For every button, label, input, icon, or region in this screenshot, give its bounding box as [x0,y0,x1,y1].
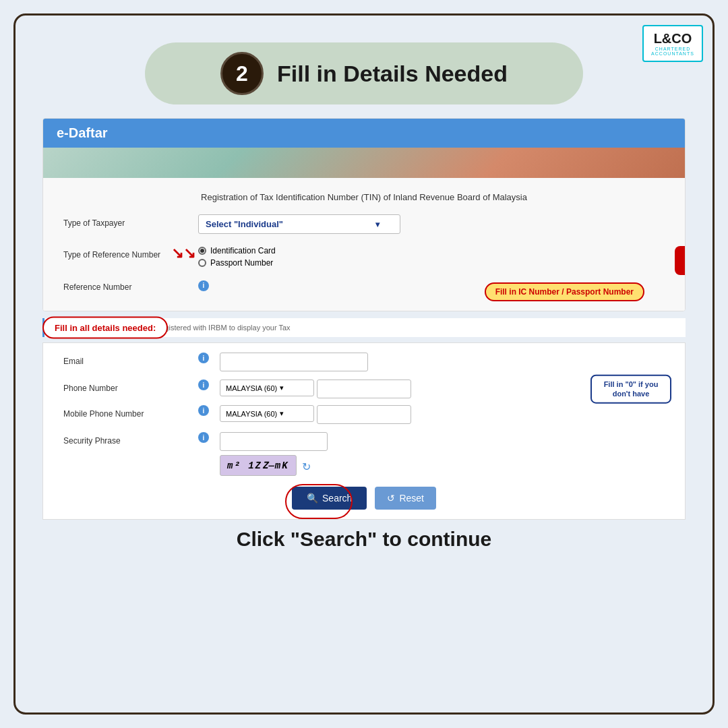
mobile-info-icon: i [198,405,209,416]
phone-chevron-icon: ▾ [280,384,284,392]
notification-section: ...nber or mobile phone number registere… [42,318,686,337]
step-header: 2 Fill in Details Needed [145,42,583,104]
phone-country-select[interactable]: MALAYSIA (60) ▾ [220,380,314,396]
fill-zero-callout: Fill in "0" if you don't have [590,375,671,404]
ref-radio-group: Identification Card Passport Number [198,246,665,268]
edaftar-header: e-Daftar [43,119,685,148]
taxpayer-select-value: Select "Individual" [206,219,283,229]
captcha-image: m² 1ZZ̶mK [220,455,297,476]
step-number: 2 [236,61,248,86]
refresh-icon[interactable]: ↻ [302,460,311,473]
phone-info-icon: i [198,380,209,390]
security-label: Security Phrase [63,432,198,446]
mobile-label: Mobile Phone Number [63,405,198,419]
security-info-icon: i [198,432,209,443]
mobile-chevron-icon: ▾ [280,409,284,418]
edaftar-title: e-Daftar [57,125,108,140]
arrow-to-radio: ↘↘ [171,245,195,262]
form-title: Registration of Tax Identification Numbe… [63,191,665,204]
outer-container: L&CO CHARTERED ACCOUNTANTS 2 Fill in Det… [13,13,715,715]
search-btn-wrapper: 🔍 Search [292,487,367,510]
reset-button[interactable]: ↺ Reset [375,487,436,510]
taxpayer-type-label: Type of Taxpayer [63,214,198,228]
phone-input[interactable] [317,380,411,398]
taxpayer-type-row: Type of Taxpayer Select "Individual" ▾ [63,214,665,234]
email-info-icon: i [198,353,209,363]
ref-number-row: Reference Number i Fill in IC Number / P… [63,278,665,292]
ref-option1-label: Identification Card [210,246,276,255]
security-input[interactable] [220,432,328,451]
security-control: m² 1ZZ̶mK ↻ [220,432,328,476]
radio-passport-icon [198,259,206,267]
form-fields-section: Email i Phone Number i MALAYSIA (60) ▾ F… [42,342,686,520]
logo-sub: CHARTERED ACCOUNTANTS [644,47,702,56]
logo-main: L&CO [654,32,692,45]
search-icon: 🔍 [307,493,318,504]
captcha-row: m² 1ZZ̶mK ↻ [220,455,328,476]
phone-row: Phone Number i MALAYSIA (60) ▾ Fill in "… [63,380,665,398]
ref-info-icon: i [198,280,209,291]
button-row: 🔍 Search ↺ Reset [63,487,665,510]
email-input[interactable] [220,353,368,371]
mobile-input[interactable] [317,405,411,424]
mobile-country-select[interactable]: MALAYSIA (60) ▾ [220,405,314,422]
ref-number-label: Reference Number [63,278,198,292]
mobile-country-label: MALAYSIA (60) [226,410,277,418]
edaftar-wrapper: e-Daftar Registration of Tax Identificat… [42,118,686,311]
ref-type-control: Identification Card Passport Number ↘↘ S… [198,246,665,268]
search-button[interactable]: 🔍 Search [292,487,367,510]
phone-label: Phone Number [63,380,198,393]
ref-option2-label: Passport Number [210,258,273,268]
radio-ic-icon [198,247,206,255]
phone-country-label: MALAYSIA (60) [226,384,277,392]
fill-all-callout: Fill in all details needed: [42,317,168,339]
logo-box: L&CO CHARTERED ACCOUNTANTS [642,25,703,62]
ref-radio-ic[interactable]: Identification Card [198,246,665,255]
ref-radio-passport[interactable]: Passport Number [198,258,665,268]
edaftar-banner [43,148,685,178]
chevron-down-icon: ▾ [375,220,380,229]
email-label: Email [63,353,198,366]
bottom-text: Click "Search" to continue [42,528,686,551]
taxpayer-type-control: Select "Individual" ▾ [198,214,665,234]
mobile-row: Mobile Phone Number i MALAYSIA (60) ▾ [63,405,665,424]
email-row: Email i [63,353,665,371]
taxpayer-select[interactable]: Select "Individual" ▾ [198,214,400,234]
security-row: Security Phrase i m² 1ZZ̶mK ↻ [63,432,665,476]
reset-icon: ↺ [387,493,395,504]
step-title: Fill in Details Needed [277,61,508,87]
ref-number-callout: Select your registered reference number … [675,246,686,275]
step-circle: 2 [220,52,264,95]
fill-ic-callout: Fill in IC Number / Passport Number [485,282,644,301]
edaftar-body: Registration of Tax Identification Numbe… [43,178,685,311]
ref-type-row: Type of Reference Number Identification … [63,246,665,268]
